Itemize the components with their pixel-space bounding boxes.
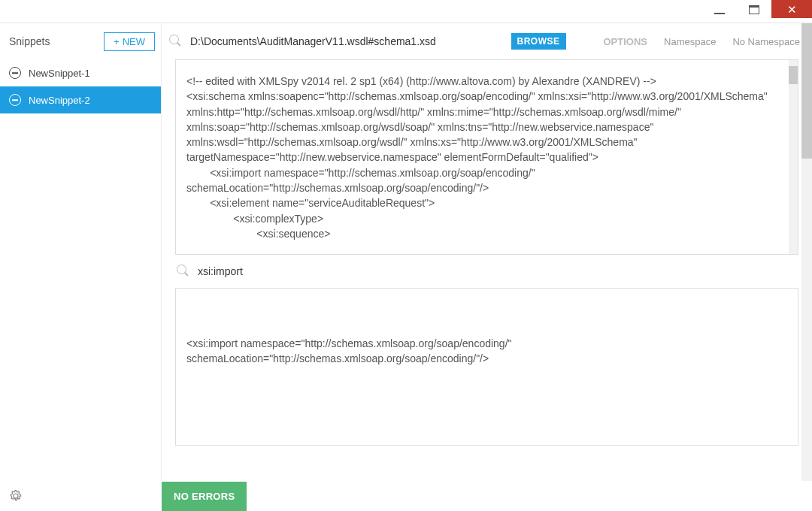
source-text: <!-- edited with XMLSpy v2014 rel. 2 sp1…	[176, 60, 798, 254]
browse-button[interactable]: BROWSE	[511, 33, 566, 50]
window-minimize-button[interactable]	[702, 0, 737, 17]
search-row	[175, 255, 798, 288]
snippet-icon	[9, 67, 21, 79]
main-scroll-thumb[interactable]	[801, 23, 812, 159]
source-editor[interactable]: <!-- edited with XMLSpy v2014 rel. 2 sp1…	[175, 59, 798, 255]
new-button-label: NEW	[123, 36, 145, 47]
result-editor[interactable]: <xsi:import namespace="http://schemas.xm…	[175, 288, 798, 446]
sidebar-item-newsnippet-2[interactable]: NewSnippet-2	[0, 86, 161, 113]
search-icon	[177, 265, 190, 278]
file-path-input[interactable]	[190, 32, 504, 50]
main-scrollbar[interactable]	[801, 23, 812, 481]
window-maximize-button[interactable]	[737, 0, 771, 17]
no-namespace-link[interactable]: No Namespace	[728, 36, 804, 47]
window-titlebar: ✕	[0, 0, 812, 23]
source-scroll-thumb[interactable]	[789, 66, 798, 84]
source-scrollbar[interactable]	[789, 60, 798, 254]
sidebar-item-label: NewSnippet-1	[29, 68, 90, 79]
gear-icon	[9, 489, 23, 503]
content-scroll[interactable]: <!-- edited with XMLSpy v2014 rel. 2 sp1…	[162, 59, 812, 481]
search-icon	[169, 35, 183, 48]
search-input[interactable]	[198, 262, 797, 280]
footer: NO ERRORS	[0, 481, 812, 511]
sidebar-item-newsnippet-1[interactable]: NewSnippet-1	[0, 59, 161, 86]
status-no-errors[interactable]: NO ERRORS	[162, 482, 247, 511]
close-icon: ✕	[787, 4, 797, 15]
settings-button[interactable]	[9, 489, 23, 503]
plus-icon: +	[114, 36, 120, 47]
sidebar-item-label: NewSnippet-2	[29, 95, 90, 106]
sidebar: Snippets +NEW NewSnippet-1 NewSnippet-2	[0, 23, 162, 481]
window-close-button[interactable]: ✕	[771, 0, 812, 18]
result-text: <xsi:import namespace="http://schemas.xm…	[186, 336, 787, 367]
main-panel: BROWSE OPTIONS Namespace No Namespace <!…	[162, 23, 812, 481]
topbar: BROWSE OPTIONS Namespace No Namespace	[162, 23, 812, 59]
minimize-icon	[714, 13, 725, 14]
namespace-link[interactable]: Namespace	[659, 36, 720, 47]
snippet-icon	[9, 94, 21, 106]
options-link[interactable]: OPTIONS	[599, 36, 653, 47]
new-snippet-button[interactable]: +NEW	[104, 32, 155, 51]
maximize-icon	[749, 5, 759, 14]
sidebar-title: Snippets	[9, 35, 50, 47]
